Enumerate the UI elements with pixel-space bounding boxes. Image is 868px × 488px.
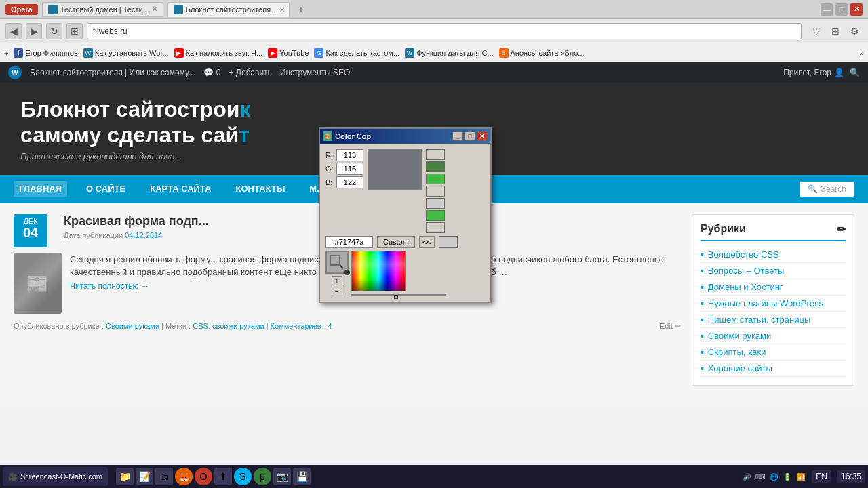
bookmark-wp1[interactable]: W Как установить Wor...: [83, 48, 169, 58]
wp-site-title[interactable]: Блокнот сайтостроителя | Или как самому.…: [30, 68, 195, 77]
post-meta-date[interactable]: 04.12.2014: [125, 231, 162, 239]
post-footer-cat[interactable]: Своими руками: [106, 322, 159, 330]
swatch-0[interactable]: [426, 149, 445, 160]
color-picker-area[interactable]: [351, 294, 446, 296]
wp-comments[interactable]: 💬 0: [203, 68, 221, 77]
close-button[interactable]: ✕: [850, 3, 863, 16]
bookmark-yt1[interactable]: ▶ Как наложить звук Н...: [174, 48, 263, 58]
tray-icon-battery[interactable]: 🔋: [782, 471, 793, 482]
ftp-icon[interactable]: ⬆: [214, 468, 232, 485]
opera-button[interactable]: Opera: [5, 4, 38, 15]
maximize-button[interactable]: □: [835, 3, 848, 16]
color-palette[interactable]: [351, 251, 406, 291]
tab-1[interactable]: Тестовый домен | Тести... ✕: [42, 2, 163, 17]
rgb-g-row: G:: [326, 163, 363, 175]
reload-button[interactable]: ↻: [46, 23, 62, 39]
screencast-item[interactable]: 🎥 Screencast-O-Matic.com: [3, 467, 108, 486]
sidebar-item-diy[interactable]: Своими руками: [701, 328, 846, 344]
wp-logo[interactable]: W: [8, 66, 22, 79]
dialog-minimize-button[interactable]: _: [452, 131, 463, 141]
bookmark-wp2[interactable]: W Функция даты для С...: [405, 48, 493, 58]
file-manager-icon[interactable]: 📁: [116, 468, 134, 485]
sidebar-item-hosting[interactable]: Домены и Хостинг: [701, 279, 846, 296]
camera-icon[interactable]: 📷: [273, 468, 291, 485]
sidebar-item-css[interactable]: Волшебство CSS: [701, 247, 846, 263]
sidebar-item-qa[interactable]: Вопросы – Ответы: [701, 263, 846, 279]
explorer-icon[interactable]: 🗂: [155, 468, 173, 485]
home-button[interactable]: ⊞: [66, 23, 83, 39]
hex-input[interactable]: [326, 236, 373, 248]
wp-add[interactable]: + Добавить: [229, 68, 271, 77]
dialog-maximize-button[interactable]: □: [465, 131, 475, 141]
wp-search-admin[interactable]: 🔍: [850, 68, 860, 77]
edit-widget-icon[interactable]: ✏: [837, 223, 846, 236]
zoom-out-button[interactable]: −: [332, 287, 342, 296]
bookmarks-add[interactable]: +: [4, 49, 8, 57]
app8-icon[interactable]: 💾: [293, 468, 311, 485]
sidebar-item-plugins[interactable]: Нужные плагины WordPress: [701, 296, 846, 312]
post-footer-tag2[interactable]: своими руками: [212, 322, 264, 330]
post-edit[interactable]: Edit ✏: [660, 322, 681, 331]
new-tab-button[interactable]: +: [294, 2, 309, 17]
bookmark-fb[interactable]: f Егор Филиппов: [14, 48, 77, 58]
swatch-3[interactable]: [426, 186, 445, 197]
dialog-close-button[interactable]: ✕: [477, 131, 488, 141]
post-title[interactable]: Красивая форма подп...: [64, 214, 209, 228]
sidebar-item-scripts[interactable]: Скрипты, хаки: [701, 344, 846, 361]
tray-icon-1[interactable]: 🔊: [741, 471, 752, 482]
tray-icon-3[interactable]: 🌐: [768, 471, 779, 482]
post-footer-tag1[interactable]: CSS: [193, 322, 208, 330]
notepad-icon[interactable]: 📝: [136, 468, 153, 485]
tab2-favicon: [174, 5, 183, 14]
rgb-b-input[interactable]: [336, 176, 363, 188]
wp-tools[interactable]: Инструменты SEO: [280, 68, 351, 77]
bookmark-icon[interactable]: ♡: [808, 23, 825, 39]
swatch-2[interactable]: [426, 174, 445, 184]
sidebar-item-articles[interactable]: Пишем статьи, страницы: [701, 312, 846, 328]
bookmark-yt2[interactable]: ▶ YouTube: [268, 48, 309, 58]
nav-about[interactable]: О САЙТЕ: [81, 181, 131, 197]
opera-tray-icon[interactable]: O: [195, 468, 212, 485]
nav-contacts[interactable]: КОНТАКТЫ: [230, 181, 290, 197]
swatch-4[interactable]: [426, 198, 445, 209]
forward-button[interactable]: ▶: [26, 23, 42, 39]
utorrent-icon[interactable]: μ: [254, 468, 271, 485]
rgb-r-input[interactable]: [336, 149, 363, 161]
nav-sitemap[interactable]: КАРТА САЙТА: [144, 181, 216, 197]
nav-search[interactable]: 🔍 Search: [800, 182, 854, 197]
url-input[interactable]: filwebs.ru: [87, 23, 802, 39]
swatch-1[interactable]: [426, 161, 445, 172]
read-more-link[interactable]: Читать полностью →: [70, 281, 149, 291]
post-meta-label: Дата публикации: [64, 231, 123, 239]
rgb-g-input[interactable]: [336, 163, 363, 175]
swatch-6[interactable]: [426, 222, 445, 233]
nav-home[interactable]: ГЛАВНАЯ: [14, 181, 67, 197]
tab2-close[interactable]: ✕: [279, 6, 285, 14]
zoom-in-button[interactable]: +: [332, 276, 342, 285]
swatch-extra[interactable]: [439, 236, 458, 248]
color-cop-dialog[interactable]: 🎨 Color Cop _ □ ✕ R:: [319, 127, 492, 303]
arrows-button[interactable]: <<: [419, 236, 435, 248]
swatch-5[interactable]: [426, 210, 445, 221]
wp-hello[interactable]: Привет, Егор 👤: [783, 68, 844, 77]
firefox-icon[interactable]: 🦊: [175, 468, 193, 485]
sidebar-item-good-sites[interactable]: Хорошие сайты: [701, 361, 846, 377]
post-footer-comments[interactable]: Комментариев - 4: [271, 322, 332, 330]
tray-icon-2[interactable]: ⌨: [755, 471, 766, 482]
lang-indicator[interactable]: EN: [812, 470, 831, 483]
bookmark-b[interactable]: B Анонсы сайта «Бло...: [499, 48, 585, 58]
custom-button[interactable]: Custom: [377, 236, 415, 248]
opera-settings-icon[interactable]: ⚙: [846, 23, 863, 39]
magnifier-icon[interactable]: [326, 251, 349, 274]
wp-admin-bar: W Блокнот сайтостроителя | Или как самом…: [0, 62, 868, 83]
bookmarks-more[interactable]: »: [859, 48, 864, 58]
tab-2[interactable]: Блокнот сайтостроителя... ✕: [167, 2, 290, 17]
bookmark-b-label: Анонсы сайта «Бло...: [511, 49, 585, 57]
minimize-button[interactable]: —: [821, 3, 833, 16]
skype-icon[interactable]: S: [234, 468, 252, 485]
tab1-close[interactable]: ✕: [152, 5, 157, 13]
back-button[interactable]: ◀: [5, 23, 22, 39]
network-icon[interactable]: 📶: [795, 471, 806, 482]
speed-dial-icon[interactable]: ⊞: [827, 23, 844, 39]
bookmark-g[interactable]: G Как сделать кастом...: [314, 48, 399, 58]
